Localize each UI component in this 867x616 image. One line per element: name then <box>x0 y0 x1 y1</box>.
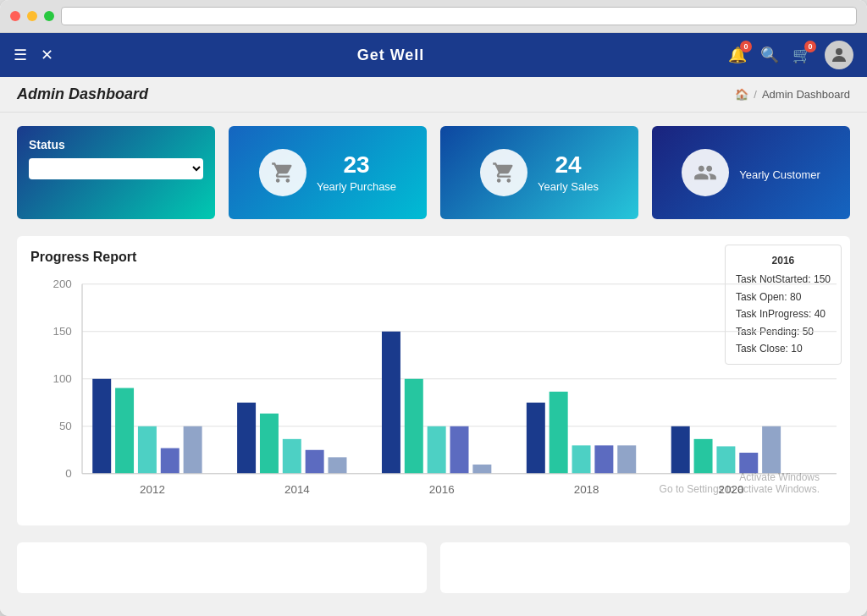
sales-text: 24 Yearly Sales <box>538 153 599 193</box>
bar-chart: 200 150 100 50 0 2012 <box>30 275 837 512</box>
topnav: ☰ ✕ Get Well 🔔 0 🔍 🛒 0 <box>0 33 867 77</box>
svg-text:100: 100 <box>52 374 71 385</box>
bell-badge: 0 <box>740 41 752 52</box>
svg-rect-21 <box>329 457 347 473</box>
cart-badge: 0 <box>804 41 816 52</box>
address-bar[interactable] <box>61 7 857 25</box>
svg-text:150: 150 <box>52 327 71 338</box>
topnav-left: ☰ ✕ <box>14 46 53 64</box>
main-body: Status Active Inactive 23 <box>0 113 867 616</box>
bottom-card-left <box>17 542 427 593</box>
svg-rect-33 <box>617 445 636 473</box>
cart-button[interactable]: 🛒 0 <box>792 46 811 64</box>
hamburger-icon[interactable]: ☰ <box>14 46 27 64</box>
customer-label: Yearly Customer <box>739 168 820 181</box>
yearly-customer-card[interactable]: Yearly Customer <box>652 126 850 219</box>
page-header: Admin Dashboard 🏠 / Admin Dashboard <box>0 77 867 113</box>
svg-rect-12 <box>115 388 134 474</box>
svg-rect-36 <box>694 439 713 474</box>
status-card[interactable]: Status Active Inactive <box>17 126 215 219</box>
svg-rect-13 <box>138 426 157 474</box>
svg-rect-11 <box>92 379 111 474</box>
topnav-right: 🔔 0 🔍 🛒 0 <box>728 41 853 69</box>
purchase-text: 23 Yearly Purchase <box>317 153 396 193</box>
browser-close-dot[interactable] <box>10 11 20 21</box>
svg-rect-19 <box>283 439 301 474</box>
breadcrumb: 🏠 / Admin Dashboard <box>735 88 850 101</box>
svg-rect-15 <box>184 426 202 474</box>
bottom-card-right <box>440 542 850 593</box>
svg-rect-23 <box>382 332 400 474</box>
purchase-count: 23 <box>343 153 369 177</box>
svg-rect-26 <box>450 426 469 474</box>
svg-rect-35 <box>671 426 690 474</box>
customer-icon-circle <box>682 149 729 196</box>
svg-rect-17 <box>237 403 256 474</box>
purchase-icon-circle <box>259 149 306 196</box>
sales-icon-circle <box>480 149 527 196</box>
svg-point-0 <box>836 48 842 55</box>
svg-rect-14 <box>161 448 179 474</box>
svg-text:2014: 2014 <box>284 485 310 496</box>
svg-rect-38 <box>739 453 758 474</box>
browser-maximize-dot[interactable] <box>44 11 54 21</box>
customer-text: Yearly Customer <box>739 165 820 181</box>
sales-count: 24 <box>555 153 581 177</box>
svg-rect-27 <box>472 465 491 474</box>
yearly-purchase-card[interactable]: 23 Yearly Purchase <box>229 126 427 219</box>
purchase-label: Yearly Purchase <box>317 180 396 193</box>
search-icon: 🔍 <box>760 47 779 63</box>
svg-rect-31 <box>572 445 591 473</box>
tooltip-year: 2016 <box>736 252 831 269</box>
close-icon[interactable]: ✕ <box>41 46 53 64</box>
bottom-row <box>17 542 850 593</box>
breadcrumb-current: Admin Dashboard <box>762 88 850 101</box>
status-label: Status <box>29 138 65 151</box>
app-content: ☰ ✕ Get Well 🔔 0 🔍 🛒 0 <box>0 33 867 616</box>
avatar[interactable] <box>825 41 853 69</box>
chart-title: Progress Report <box>30 250 837 265</box>
svg-rect-18 <box>260 414 279 474</box>
chart-area: 200 150 100 50 0 2012 <box>30 275 837 512</box>
bell-button[interactable]: 🔔 0 <box>728 46 747 64</box>
svg-rect-24 <box>405 379 423 474</box>
svg-rect-37 <box>716 446 735 473</box>
chart-container: Progress Report 2016 Task NotStarted: 15… <box>17 236 850 525</box>
browser-minimize-dot[interactable] <box>27 11 37 21</box>
svg-rect-30 <box>549 392 568 474</box>
page-title: Admin Dashboard <box>17 85 148 103</box>
svg-rect-29 <box>527 403 545 474</box>
svg-rect-20 <box>306 450 324 474</box>
breadcrumb-home-icon[interactable]: 🏠 <box>735 88 748 101</box>
yearly-sales-card[interactable]: 24 Yearly Sales <box>440 126 638 219</box>
svg-text:200: 200 <box>52 279 71 290</box>
svg-rect-25 <box>428 426 446 474</box>
stats-row: Status Active Inactive 23 <box>17 126 850 219</box>
svg-text:2020: 2020 <box>719 485 744 496</box>
sales-label: Yearly Sales <box>538 180 599 193</box>
svg-text:2016: 2016 <box>429 485 455 496</box>
svg-text:2018: 2018 <box>574 485 599 496</box>
browser-window: ☰ ✕ Get Well 🔔 0 🔍 🛒 0 <box>0 0 867 616</box>
svg-text:0: 0 <box>65 469 71 480</box>
svg-rect-32 <box>594 445 613 473</box>
svg-text:2012: 2012 <box>140 485 165 496</box>
browser-chrome <box>0 0 867 33</box>
app-title: Get Well <box>53 47 728 64</box>
breadcrumb-sep: / <box>754 88 757 101</box>
search-button[interactable]: 🔍 <box>760 46 779 64</box>
status-select[interactable]: Active Inactive <box>29 158 203 179</box>
svg-text:50: 50 <box>59 421 72 432</box>
svg-rect-39 <box>762 426 781 474</box>
